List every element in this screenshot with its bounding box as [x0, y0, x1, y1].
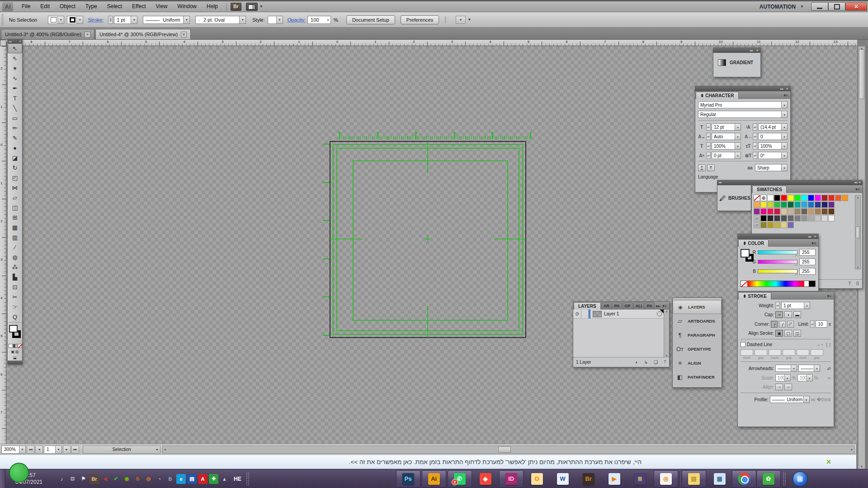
- workspace-switcher[interactable]: AUTOMATION: [760, 4, 796, 10]
- select-similar-button[interactable]: ⌖: [456, 16, 466, 24]
- zoom-level-dropdown[interactable]: 300%▾: [1, 446, 26, 454]
- ccs-icon[interactable]: ▤: [187, 474, 197, 484]
- mediaplayer-app[interactable]: ▶: [602, 470, 627, 488]
- swatch[interactable]: [828, 208, 835, 215]
- anti-aliasing-dropdown[interactable]: Sharp▾: [755, 164, 788, 171]
- whatsapp-app[interactable]: ✆ 2: [448, 470, 472, 488]
- character-tab[interactable]: ⬍ CHARACTER: [696, 92, 739, 99]
- arrowhead-end-dropdown[interactable]: ———▾: [798, 365, 820, 372]
- swatch[interactable]: [781, 195, 787, 201]
- fill-stroke-control[interactable]: [8, 324, 22, 343]
- lasso-tool[interactable]: ∿: [8, 73, 22, 83]
- swatch[interactable]: [815, 195, 821, 201]
- swatch[interactable]: [754, 222, 760, 228]
- swatches-scrollbar[interactable]: ▴▾: [855, 195, 861, 269]
- arrow-align-end-button[interactable]: ⇸: [784, 384, 792, 390]
- eyedropper-tool[interactable]: ∕: [8, 242, 22, 252]
- dock-layers[interactable]: ◈ LAYERS: [673, 300, 722, 314]
- rectangle-tool[interactable]: ▭: [8, 113, 22, 123]
- fill-swatch[interactable]: [9, 325, 18, 333]
- color-channel[interactable]: R 255: [751, 249, 816, 256]
- chrome-app[interactable]: [732, 470, 756, 488]
- line-segment-tool[interactable]: ╲: [8, 103, 22, 113]
- menu-item[interactable]: Help: [202, 1, 223, 12]
- swatch[interactable]: [815, 215, 821, 221]
- dash-input[interactable]: [755, 349, 767, 356]
- swatch[interactable]: [808, 215, 814, 221]
- swatch[interactable]: [835, 195, 841, 201]
- bluetooth-icon[interactable]: B: [165, 474, 175, 484]
- stroke-color-dropdown[interactable]: ▾: [67, 16, 83, 24]
- paintbrush-tool[interactable]: ✏: [8, 123, 22, 133]
- swatch[interactable]: [821, 195, 828, 201]
- swatch[interactable]: [828, 215, 835, 221]
- panel-menu-icon[interactable]: ▾≡: [855, 187, 862, 193]
- draw-normal-button[interactable]: ▣: [11, 350, 14, 354]
- volume-icon[interactable]: ♪: [57, 474, 66, 484]
- winrar-app[interactable]: ≣: [628, 470, 652, 488]
- layer-name[interactable]: Layer 1: [604, 311, 657, 316]
- dock-opentype[interactable]: Oᴛ OPENTYPE: [673, 342, 722, 356]
- horizontal-scrollbar[interactable]: ◂▸: [162, 446, 854, 454]
- previous-artboard-button[interactable]: ◂: [35, 446, 43, 454]
- swatch[interactable]: [788, 195, 794, 201]
- panel-tab[interactable]: PA: [645, 302, 655, 310]
- emclient-icon[interactable]: e: [176, 474, 186, 484]
- dock-align[interactable]: ≡ ALIGN: [673, 356, 722, 370]
- artboard-number-dropdown[interactable]: 1▾: [44, 446, 62, 454]
- language-indicator[interactable]: HE: [234, 476, 241, 482]
- swatch[interactable]: [754, 215, 760, 221]
- swatch[interactable]: [774, 208, 780, 215]
- swatch[interactable]: [774, 202, 780, 208]
- swatch[interactable]: [821, 202, 828, 208]
- blend-tool[interactable]: ◍: [8, 252, 22, 262]
- swap-arrowheads-icon[interactable]: ⇄: [827, 366, 831, 371]
- indesign-app[interactable]: ID: [499, 470, 524, 488]
- swatch[interactable]: [794, 195, 801, 201]
- channel-slider[interactable]: [758, 250, 797, 254]
- layers-tab[interactable]: LAYERS: [574, 302, 601, 310]
- strikethrough-button[interactable]: Ŧ: [707, 164, 715, 171]
- cap-round-button[interactable]: ◖: [784, 311, 792, 318]
- menu-item[interactable]: File: [17, 1, 35, 12]
- close-button[interactable]: [845, 2, 867, 11]
- menu-item[interactable]: Select: [102, 1, 127, 12]
- layer-row[interactable]: ⊙ Layer 1: [573, 310, 669, 319]
- trash-icon[interactable]: ⍑: [848, 281, 851, 287]
- weight-stepper[interactable]: ▴▾: [775, 302, 780, 309]
- stepper[interactable]: ▴▾: [753, 142, 757, 150]
- leading-field[interactable]: ᵗA ▴▾ (14.4 pt▾: [745, 123, 788, 131]
- delete-layer-button[interactable]: ⍑: [664, 360, 666, 365]
- dash-preserve-icon[interactable]: ⌐¬: [818, 343, 824, 347]
- panel-tab[interactable]: ALI: [633, 302, 645, 310]
- bridge-tray-icon[interactable]: Br: [90, 474, 99, 484]
- color-channel[interactable]: G 255: [751, 258, 816, 265]
- flip-across-icon[interactable]: �think: [817, 397, 831, 402]
- h-scale-field[interactable]: T ▴▾ 100%▾: [698, 142, 741, 150]
- document-tab[interactable]: Untitled-3* @ 400% (RGB/Outline) ✕: [1, 29, 94, 39]
- java-icon[interactable]: ♨: [133, 474, 142, 484]
- search-tray-icon[interactable]: ◎: [144, 474, 153, 484]
- swatch[interactable]: [821, 215, 828, 221]
- stroke-panel-link[interactable]: Stroke:: [88, 17, 104, 23]
- limit-input[interactable]: 10: [816, 320, 827, 328]
- rotation-field[interactable]: ⊕T ▴▾ 0°▾: [745, 152, 788, 159]
- swatch[interactable]: [781, 222, 787, 228]
- preferences-button[interactable]: Preferences: [401, 15, 439, 24]
- horn-icon[interactable]: ◀: [100, 474, 110, 484]
- weight-dropdown[interactable]: 1 pt▾: [781, 302, 810, 309]
- new-sublayer-button[interactable]: ↳: [644, 360, 648, 365]
- action-center-icon[interactable]: ⚑: [79, 474, 88, 484]
- align-outside-button[interactable]: ◫: [793, 330, 801, 337]
- swatch[interactable]: [794, 202, 801, 208]
- stroke-weight-dropdown[interactable]: 1 pt▾: [114, 16, 137, 24]
- minimize-button[interactable]: [811, 2, 828, 11]
- flip-along-icon[interactable]: ⋈: [811, 397, 816, 402]
- channel-value[interactable]: 255: [799, 249, 816, 256]
- swatch[interactable]: [760, 208, 767, 215]
- nvidia-icon[interactable]: ◉: [122, 474, 132, 484]
- swatch[interactable]: [754, 202, 760, 208]
- drag-grip[interactable]: [1, 14, 4, 26]
- swatch[interactable]: [794, 208, 801, 215]
- swatch[interactable]: [781, 202, 787, 208]
